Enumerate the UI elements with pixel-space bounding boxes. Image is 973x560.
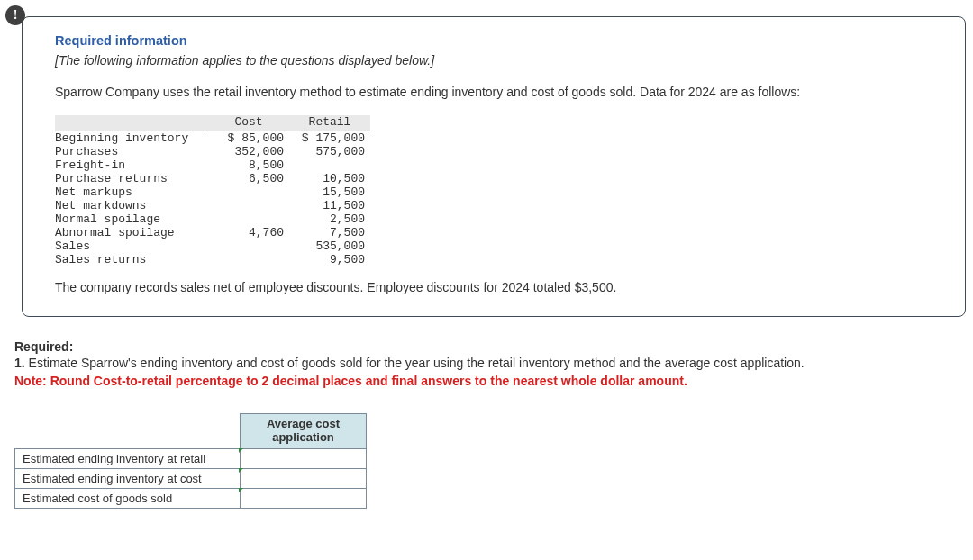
retail-cell: 535,000 — [289, 239, 370, 253]
post-table-note: The company records sales net of employe… — [55, 279, 941, 296]
row-label: Beginning inventory — [55, 131, 208, 145]
answer-header: Average cost application — [241, 413, 367, 448]
answer-row: Estimated ending inventory at retail — [15, 448, 367, 468]
cost-cell — [208, 185, 289, 199]
cost-cell: 8,500 — [208, 158, 289, 172]
cost-cell — [208, 239, 289, 253]
retail-cell: 575,000 — [289, 145, 370, 158]
table-row: Purchases352,000575,000 — [55, 145, 370, 158]
row-label: Purchases — [55, 145, 208, 158]
retail-cell: 10,500 — [289, 172, 370, 185]
row-label: Net markups — [55, 185, 208, 199]
table-row: Net markups15,500 — [55, 185, 370, 199]
cost-cell: $ 85,000 — [208, 131, 289, 145]
table-row: Sales returns9,500 — [55, 253, 370, 266]
row-label: Net markdowns — [55, 199, 208, 212]
answer-corner — [15, 413, 241, 448]
row-label: Freight-in — [55, 158, 208, 172]
table-row: Purchase returns6,50010,500 — [55, 172, 370, 185]
cost-cell — [208, 253, 289, 266]
answer-row: Estimated cost of goods sold — [15, 488, 367, 508]
cost-cell — [208, 199, 289, 212]
cost-cell: 6,500 — [208, 172, 289, 185]
data-table: Cost Retail Beginning inventory$ 85,000$… — [55, 115, 370, 266]
table-row: Sales535,000 — [55, 239, 370, 253]
requirement-1: 1. Estimate Sparrow's ending inventory a… — [14, 355, 962, 372]
answer-row: Estimated ending inventory at cost — [15, 468, 367, 488]
cost-cell: 352,000 — [208, 145, 289, 158]
answer-input-cell[interactable] — [241, 448, 367, 468]
answer-input-cell[interactable] — [241, 488, 367, 508]
note-red: Note: Round Cost-to-retail percentage to… — [14, 374, 962, 388]
italic-note: [The following information applies to th… — [55, 53, 941, 68]
required-label: Required: — [14, 339, 73, 354]
exclamation-icon: ! — [5, 5, 25, 25]
row-label: Sales — [55, 239, 208, 253]
answer-row-label: Estimated ending inventory at retail — [15, 448, 241, 468]
answer-row-label: Estimated ending inventory at cost — [15, 468, 241, 488]
cost-cell — [208, 212, 289, 226]
table-row: Freight-in8,500 — [55, 158, 370, 172]
table-row: Net markdowns11,500 — [55, 199, 370, 212]
retail-cell: 15,500 — [289, 185, 370, 199]
row-label: Abnormal spoilage — [55, 226, 208, 239]
row-label: Sales returns — [55, 253, 208, 266]
row-label: Normal spoilage — [55, 212, 208, 226]
info-card: Required information [The following info… — [22, 16, 966, 317]
table-corner — [55, 115, 208, 131]
retail-cell: 2,500 — [289, 212, 370, 226]
required-line: Required: — [14, 339, 962, 355]
answer-table: Average cost application Estimated endin… — [14, 413, 367, 509]
intro-paragraph: Sparrow Company uses the retail inventor… — [55, 84, 941, 101]
cost-cell: 4,760 — [208, 226, 289, 239]
requirement-number: 1. — [14, 356, 25, 370]
answer-row-label: Estimated cost of goods sold — [15, 488, 241, 508]
page: ! Required information [The following in… — [0, 0, 973, 523]
requirements-section: Required: 1. Estimate Sparrow's ending i… — [11, 339, 966, 509]
retail-cell: 11,500 — [289, 199, 370, 212]
required-info-heading: Required information — [55, 33, 941, 48]
retail-cell: 9,500 — [289, 253, 370, 266]
row-label: Purchase returns — [55, 172, 208, 185]
retail-cell: $ 175,000 — [289, 131, 370, 145]
table-row: Normal spoilage2,500 — [55, 212, 370, 226]
table-row: Abnormal spoilage4,7607,500 — [55, 226, 370, 239]
col-header-cost: Cost — [208, 115, 289, 131]
answer-input-cell[interactable] — [241, 468, 367, 488]
col-header-retail: Retail — [289, 115, 370, 131]
requirement-text: Estimate Sparrow's ending inventory and … — [25, 356, 805, 370]
table-row: Beginning inventory$ 85,000$ 175,000 — [55, 131, 370, 145]
retail-cell: 7,500 — [289, 226, 370, 239]
retail-cell — [289, 158, 370, 172]
